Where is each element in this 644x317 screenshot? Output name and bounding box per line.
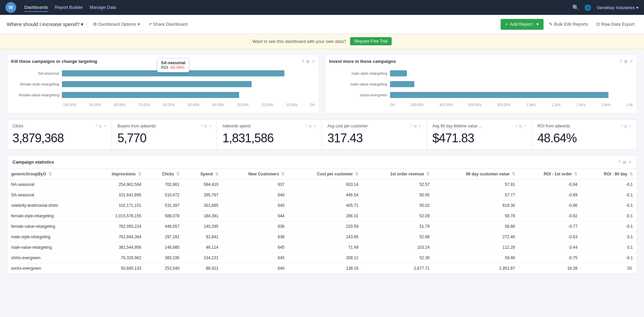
settings-icon[interactable]: ⊞ xyxy=(309,124,312,128)
chevron-down-icon: ▾ xyxy=(138,22,140,27)
bar-row: male-style-retargeting xyxy=(329,69,633,77)
expand-icon[interactable]: ↗ xyxy=(313,124,316,128)
table-icons: ? ⊞ ↗ xyxy=(618,160,631,165)
bar-container xyxy=(390,70,633,77)
info-icon[interactable]: ? xyxy=(95,124,97,128)
edit-icon: ✎ xyxy=(549,22,553,27)
nav-report-builder[interactable]: Report Builder xyxy=(55,3,83,12)
bar-row: SA-seasonal SA-seasonal ROI -88.99% xyxy=(11,69,315,77)
table-cell-roi_1st: -0.82 xyxy=(519,211,582,221)
table-row: NA-seasonal254,961,584702,861594,4106379… xyxy=(7,179,637,190)
search-icon[interactable]: 🔍 xyxy=(572,4,579,11)
settings-icon[interactable]: ⊞ xyxy=(414,124,417,128)
bar-axis: -100.00% -90.00% -80.00% -70.00% -60.00%… xyxy=(62,102,315,107)
table-title: Campaign statistics xyxy=(13,160,54,165)
table-column-impressions[interactable]: Impressions ⇅ xyxy=(89,169,145,179)
table-column-cost_per_customer[interactable]: Cost per customer ⇅ xyxy=(289,169,362,179)
table-row: shirts-evergreen76,329,962383,195134,231… xyxy=(7,253,637,263)
bar-label: female-value-retargeting xyxy=(11,93,62,97)
settings-icon[interactable]: ⊞ xyxy=(623,160,626,165)
table-cell-impressions: 381,544,956 xyxy=(89,242,145,253)
table-wrapper[interactable]: genericGroupByO ⇅Impressions ⇅Clicks ⇅Sp… xyxy=(7,169,637,274)
table-cell-impressions: 50,845,133 xyxy=(89,263,145,274)
table-column-ninety_day[interactable]: 90 day customer value ⇅ xyxy=(434,169,519,179)
info-icon[interactable]: ? xyxy=(201,124,203,128)
bulk-edit-reports-button[interactable]: ✎ Bulk Edit Reports xyxy=(546,20,591,28)
expand-icon[interactable]: ↗ xyxy=(628,160,631,165)
info-icon[interactable]: ? xyxy=(302,59,304,64)
bar xyxy=(390,70,407,76)
table-cell-impressions: 102,171,151 xyxy=(89,200,145,211)
share-dashboard-button[interactable]: ↗ Share Dashboard xyxy=(145,20,190,28)
table-cell-roi_90: -0.1 xyxy=(581,190,637,200)
table-column-new_customers[interactable]: New Customers ⇅ xyxy=(223,169,289,179)
sort-icon: ⇅ xyxy=(512,172,515,176)
expand-icon[interactable]: ↗ xyxy=(103,124,106,128)
settings-icon[interactable]: ⊞ xyxy=(306,59,309,64)
expand-icon[interactable]: ↗ xyxy=(629,59,633,64)
table-cell-clicks: 510,472 xyxy=(145,190,184,200)
app-logo[interactable]: W xyxy=(5,2,16,13)
add-report-button[interactable]: + Add Report ▾ xyxy=(501,19,544,30)
info-icon[interactable]: ? xyxy=(618,160,621,165)
table-column-roi_1st[interactable]: ROI - 1st order ⇅ xyxy=(519,169,582,179)
metric-header: Avg 90 day lifetime value ... ? ⊞ ↗ xyxy=(432,124,526,128)
settings-icon[interactable]: ⊞ xyxy=(519,124,522,128)
metric-card-1: Buyers from adwords ? ⊞ ↗ 5,770 xyxy=(112,120,217,149)
chevron-down-icon: ▾ xyxy=(636,5,639,10)
table-cell-new_customers: 636 xyxy=(223,221,289,232)
nav-dashboards[interactable]: Dashboards xyxy=(24,3,48,12)
table-cell-cost_per_customer: 405.71 xyxy=(289,200,362,211)
metric-icons: ? ⊞ ↗ xyxy=(515,124,526,128)
raw-data-export-button[interactable]: ⊡ Raw Data Export xyxy=(594,20,637,28)
settings-icon[interactable]: ⊞ xyxy=(99,124,102,128)
table-column-first_order_revenue[interactable]: 1st order revenue ⇅ xyxy=(363,169,434,179)
bar-label: SA-seasonal xyxy=(11,71,62,75)
expand-icon[interactable]: ↗ xyxy=(628,124,631,128)
settings-icon[interactable]: ⊞ xyxy=(204,124,207,128)
table-row: SA-seasonal101,641,895510,472285,7876404… xyxy=(7,190,637,200)
table-cell-group: SA-seasonal xyxy=(7,190,89,200)
dashboard-options-button[interactable]: ⚙ Dashboard Options ▾ xyxy=(90,20,143,28)
table-cell-spend: 261,685 xyxy=(184,200,223,211)
info-icon[interactable]: ? xyxy=(620,59,622,64)
globe-icon[interactable]: 🌐 xyxy=(584,4,591,11)
nav-manage-data[interactable]: Manage Data xyxy=(90,3,116,12)
bar-row: socks-evergreen xyxy=(329,91,633,99)
expand-icon[interactable]: ↗ xyxy=(312,59,315,64)
table-cell-impressions: 762,050,224 xyxy=(89,221,145,232)
metric-value: 48.64% xyxy=(537,131,631,145)
expand-icon[interactable]: ↗ xyxy=(523,124,526,128)
table-column-roi_90[interactable]: ROI - 90 day ⇅ xyxy=(581,169,637,179)
info-icon[interactable]: ? xyxy=(410,124,412,128)
metric-value: 3,879,368 xyxy=(13,131,106,145)
request-trial-button[interactable]: Request Free Trial xyxy=(350,37,392,45)
metric-value: $471.83 xyxy=(432,131,526,145)
settings-icon[interactable]: ⊞ xyxy=(624,124,627,128)
table-column-spend[interactable]: Spend ⇅ xyxy=(184,169,223,179)
table-cell-roi_1st: -0.77 xyxy=(519,221,582,232)
bar-axis: 0% 200.00% 400.00% 600.00% 800.00% 1.0k%… xyxy=(390,102,633,107)
table-column-group[interactable]: genericGroupByO ⇅ xyxy=(7,169,89,179)
table-cell-ninety_day: 619.36 xyxy=(434,200,519,211)
company-selector[interactable]: Vandelay Industries ▾ xyxy=(597,5,639,10)
metric-header: Adwords spend ? ⊞ ↗ xyxy=(223,124,316,128)
metric-title: Clicks xyxy=(13,124,23,128)
settings-icon[interactable]: ⊞ xyxy=(624,59,627,64)
dashboard-title-selector[interactable]: Where should I increase spend? ▾ xyxy=(7,21,84,27)
bar-chart-right: male-style-retargeting male-value-retarg… xyxy=(329,67,633,109)
table-cell-roi_90: 0.1 xyxy=(581,242,637,253)
table-cell-new_customers: 637 xyxy=(223,179,289,190)
info-icon[interactable]: ? xyxy=(621,124,623,128)
metric-icons: ? ⊞ ↗ xyxy=(95,124,106,128)
expand-icon[interactable]: ↗ xyxy=(418,124,421,128)
table-column-clicks[interactable]: Clicks ⇅ xyxy=(145,169,184,179)
chart-icons: ? ⊞ ↗ xyxy=(620,59,633,64)
share-icon: ↗ xyxy=(148,22,152,27)
table-cell-clicks: 253,540 xyxy=(145,263,184,274)
table-cell-cost_per_customer: 138.16 xyxy=(289,263,362,274)
info-icon[interactable]: ? xyxy=(515,124,518,128)
expand-icon[interactable]: ↗ xyxy=(208,124,211,128)
table-cell-ninety_day: 57.77 xyxy=(434,190,519,200)
info-icon[interactable]: ? xyxy=(305,124,307,128)
